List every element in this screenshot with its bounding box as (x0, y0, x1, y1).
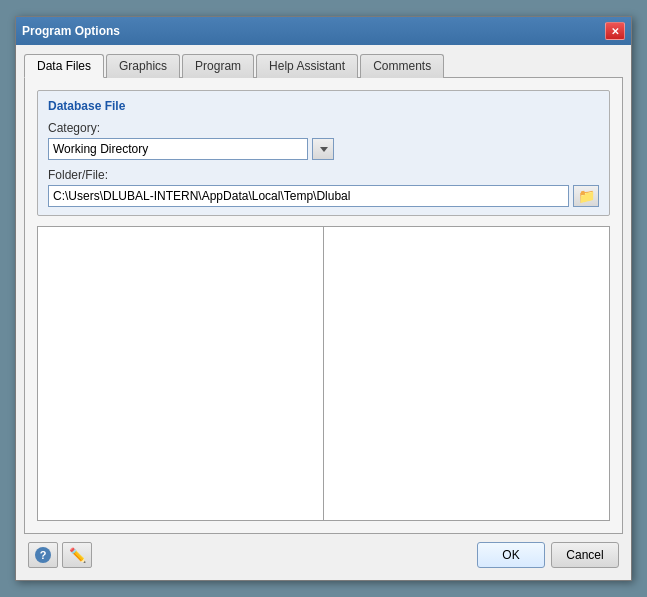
help-icon: ? (35, 547, 51, 563)
category-dropdown[interactable]: Working Directory (48, 138, 308, 160)
file-panel-left (38, 227, 324, 520)
title-bar: Program Options ✕ (16, 17, 631, 45)
bottom-bar: ? ✏️ OK Cancel (24, 534, 623, 572)
program-options-window: Program Options ✕ Data Files Graphics Pr… (15, 16, 632, 581)
tab-content-data-files: Database File Category: Working Director… (24, 78, 623, 534)
tab-help-assistant[interactable]: Help Assistant (256, 54, 358, 78)
bottom-right-buttons: OK Cancel (477, 542, 619, 568)
tab-data-files[interactable]: Data Files (24, 54, 104, 78)
tab-graphics[interactable]: Graphics (106, 54, 180, 78)
folder-row: 📁 (48, 185, 599, 207)
window-body: Data Files Graphics Program Help Assista… (16, 45, 631, 580)
database-file-group: Database File Category: Working Director… (37, 90, 610, 216)
database-file-title: Database File (48, 99, 599, 113)
edit-icon: ✏️ (69, 547, 86, 563)
file-panel-right (324, 227, 609, 520)
cancel-button[interactable]: Cancel (551, 542, 619, 568)
title-bar-buttons: ✕ (605, 22, 625, 40)
category-dropdown-arrow[interactable] (312, 138, 334, 160)
tab-program[interactable]: Program (182, 54, 254, 78)
folder-label: Folder/File: (48, 168, 599, 182)
window-title: Program Options (22, 24, 120, 38)
help-button[interactable]: ? (28, 542, 58, 568)
tab-comments[interactable]: Comments (360, 54, 444, 78)
folder-input[interactable] (48, 185, 569, 207)
bottom-left-buttons: ? ✏️ (28, 542, 92, 568)
category-row: Working Directory (48, 138, 599, 160)
ok-button[interactable]: OK (477, 542, 545, 568)
edit-button[interactable]: ✏️ (62, 542, 92, 568)
close-button[interactable]: ✕ (605, 22, 625, 40)
folder-icon: 📁 (578, 188, 595, 204)
category-label: Category: (48, 121, 599, 135)
chevron-down-icon (320, 147, 328, 152)
browse-folder-button[interactable]: 📁 (573, 185, 599, 207)
tab-bar: Data Files Graphics Program Help Assista… (24, 53, 623, 78)
file-panels (37, 226, 610, 521)
